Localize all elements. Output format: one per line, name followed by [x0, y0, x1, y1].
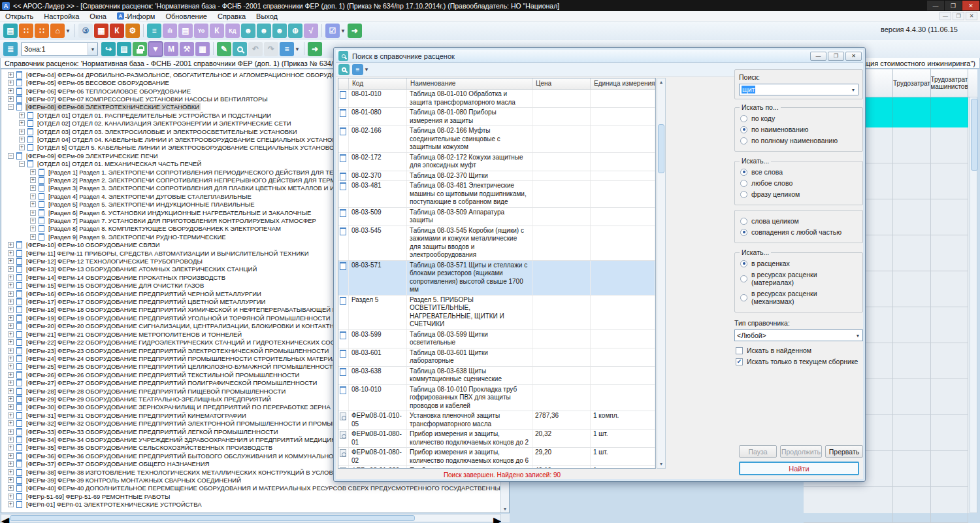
expand-icon[interactable]: +: [30, 210, 36, 216]
expand-icon[interactable]: +: [19, 129, 25, 135]
result-row[interactable]: 08-03-481Таблица 08-03-481 Электрические…: [338, 181, 655, 208]
radio-option[interactable]: в расценках: [740, 260, 857, 267]
radio-option[interactable]: совпадения с любой частью: [740, 228, 857, 236]
expand-icon[interactable]: +: [30, 194, 36, 199]
expand-icon[interactable]: +: [8, 339, 14, 345]
result-row[interactable]: 08-01-080Таблица 08-01-080 Приборы измер…: [338, 108, 655, 126]
result-row[interactable]: ФЕРм08-01-080-01Прибор измерения и защит…: [338, 430, 655, 448]
column-unit[interactable]: Единица измерения: [591, 78, 655, 89]
search-input[interactable]: щит ▼: [739, 84, 858, 95]
import-icon[interactable]: ↪: [101, 42, 116, 56]
result-row[interactable]: 08-03-638Таблица 08-03-638 Щиты коммутац…: [338, 367, 655, 385]
mdi-close-button[interactable]: ✕: [966, 12, 977, 20]
tree-item[interactable]: +[ФЕРм-40] ФЕРм-40 ДОПОЛНИТЕЛЬНОЕ ПЕРЕМЕ…: [3, 484, 509, 492]
expand-icon[interactable]: +: [8, 363, 14, 369]
list-icon[interactable]: ≡: [147, 24, 161, 38]
close-button[interactable]: ✕: [962, 1, 979, 10]
expand-icon[interactable]: +: [8, 307, 14, 312]
radio-option[interactable]: по коду: [740, 114, 857, 122]
result-row[interactable]: ФЕРм08-01-080-02Прибор измерения и защит…: [338, 448, 655, 466]
menu-item-Обновление[interactable]: Обновление: [160, 11, 212, 22]
type-select[interactable]: <Любой> ▼: [734, 329, 863, 341]
expand-icon[interactable]: +: [8, 420, 14, 426]
bricks-icon[interactable]: ▦: [94, 24, 108, 38]
user2-icon[interactable]: ☻: [257, 24, 271, 38]
dialog-minimize-button[interactable]: —: [810, 52, 826, 61]
result-row[interactable]: 08-03-601Таблица 08-03-601 Щитки лаборат…: [338, 348, 655, 367]
scroll-up-icon[interactable]: ▲: [657, 78, 665, 86]
find-button[interactable]: Найти: [739, 462, 859, 475]
mdi-minimize-button[interactable]: —: [939, 12, 951, 20]
menu-item-Открыть[interactable]: Открыть: [0, 11, 39, 22]
result-row[interactable]: 08-03-599Таблица 08-03-599 Щитки осветит…: [338, 330, 655, 348]
new-document-icon[interactable]: ▤: [117, 42, 131, 56]
dialog-close-button[interactable]: ✕: [845, 52, 862, 61]
result-row[interactable]: 08-02-166Таблица 08-02-166 Муфты соедини…: [338, 126, 655, 153]
expand-icon[interactable]: +: [8, 299, 14, 305]
column-code[interactable]: Код: [349, 78, 407, 89]
calculator-icon[interactable]: ▦: [195, 42, 210, 56]
globe-icon[interactable]: ⊕: [288, 24, 302, 38]
menu-item-Настройка[interactable]: Настройка: [39, 11, 84, 22]
scroll-down-icon[interactable]: ▼: [657, 460, 665, 468]
result-row[interactable]: 08-10-010Таблица 08-10-010 Прокладка тру…: [338, 385, 655, 412]
expand-icon[interactable]: +: [8, 266, 14, 272]
list-menu-icon[interactable]: ≡: [280, 42, 294, 56]
maximize-button[interactable]: ❐: [945, 1, 962, 10]
radio-option[interactable]: фразу целиком: [740, 190, 857, 198]
chevron-down-icon[interactable]: ▼: [295, 46, 300, 52]
results-vertical-scrollbar[interactable]: ▲ ▼: [657, 78, 666, 469]
continue-button[interactable]: Продолжить: [780, 445, 822, 458]
chevron-down-icon[interactable]: ▼: [364, 67, 369, 73]
column-name[interactable]: Наименование: [407, 78, 532, 89]
menu-item-Информ[interactable]: А-Информ: [112, 11, 161, 22]
mdi-restore-button[interactable]: ❐: [953, 12, 964, 20]
expand-icon[interactable]: +: [8, 372, 14, 378]
expand-icon[interactable]: +: [8, 461, 14, 467]
expand-icon[interactable]: +: [8, 388, 14, 394]
expand-icon[interactable]: +: [8, 96, 14, 102]
pause-button[interactable]: Пауза: [739, 445, 777, 458]
radio-option[interactable]: любое слово: [740, 179, 857, 187]
expand-icon[interactable]: +: [8, 437, 14, 443]
hammer-icon[interactable]: ⚒: [180, 42, 194, 56]
org-chart-icon[interactable]: ∷: [19, 24, 33, 38]
expand-icon[interactable]: +: [30, 218, 36, 224]
radio-option[interactable]: все слова: [740, 168, 857, 176]
main-vscroll-thumb[interactable]: [971, 99, 978, 171]
expand-icon[interactable]: +: [8, 315, 14, 321]
filter-icon[interactable]: ▼: [148, 42, 163, 56]
expand-icon[interactable]: +: [8, 348, 14, 354]
collapse-icon[interactable]: −: [19, 161, 25, 167]
radio-option[interactable]: в ресурсах расценки (механизмах): [740, 290, 857, 305]
expand-icon[interactable]: +: [30, 177, 36, 183]
yo-icon[interactable]: Yo: [194, 24, 208, 38]
radio-option[interactable]: по наименованию: [740, 126, 857, 133]
expand-icon[interactable]: +: [8, 477, 14, 483]
lock-icon[interactable]: [133, 42, 147, 56]
menu-item-Выход[interactable]: Выход: [251, 11, 283, 22]
chevron-down-icon[interactable]: ▼: [849, 84, 858, 95]
checkbox-option[interactable]: Искать в найденном: [736, 346, 862, 354]
expand-icon[interactable]: +: [30, 169, 36, 175]
result-row[interactable]: 08-03-545Таблица 08-03-545 Коробки (ящик…: [338, 226, 655, 261]
tractor-icon[interactable]: ⚙: [125, 24, 140, 38]
expand-icon[interactable]: +: [8, 242, 14, 248]
radio-option[interactable]: слова целиком: [740, 217, 857, 225]
expand-icon[interactable]: +: [30, 201, 36, 207]
expand-icon[interactable]: +: [8, 445, 14, 450]
result-row[interactable]: 08-03-571Таблица 08-03-571 Щиты и стелла…: [338, 261, 655, 295]
chart-icon[interactable]: ılı: [163, 24, 177, 38]
column-price[interactable]: Цена: [532, 78, 591, 89]
expand-icon[interactable]: +: [8, 469, 14, 475]
expand-icon[interactable]: +: [19, 112, 25, 118]
expand-icon[interactable]: +: [19, 144, 25, 150]
scroll-down-icon[interactable]: ▼: [501, 505, 509, 513]
expand-icon[interactable]: +: [8, 404, 14, 410]
expand-icon[interactable]: +: [8, 258, 14, 264]
expand-icon[interactable]: +: [8, 80, 14, 86]
expand-icon[interactable]: +: [8, 356, 14, 362]
tree-hscroll-thumb[interactable]: [10, 515, 415, 521]
expand-icon[interactable]: +: [8, 275, 14, 280]
expand-icon[interactable]: +: [8, 501, 14, 507]
